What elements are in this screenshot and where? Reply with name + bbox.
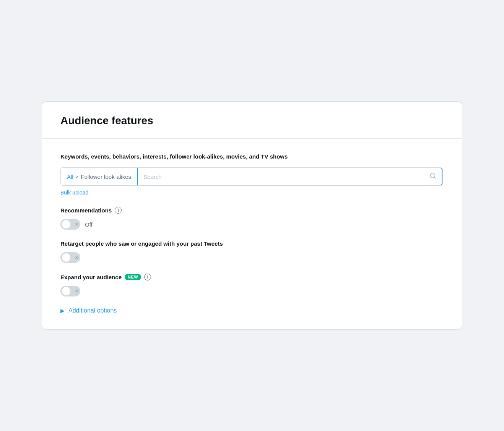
search-input[interactable] xyxy=(143,173,429,180)
expand-section: Expand your audience NEW i ✕ xyxy=(60,274,444,297)
recommendations-off-label: Off xyxy=(85,221,93,228)
additional-options-arrow-icon: ▶ xyxy=(60,308,65,314)
recommendations-label: Recommendations xyxy=(60,207,112,214)
card-header: Audience features xyxy=(42,102,462,139)
expand-title-row: Expand your audience NEW i xyxy=(60,274,444,280)
keywords-label: Keywords, events, behaviors, interests, … xyxy=(60,152,366,160)
recommendations-title-row: Recommendations i xyxy=(60,207,444,214)
retarget-toggle[interactable]: ✕ xyxy=(60,252,80,263)
retarget-toggle-thumb xyxy=(62,253,70,262)
breadcrumb-chevron: > xyxy=(76,174,79,180)
additional-options-row[interactable]: ▶ Additional options xyxy=(60,307,444,314)
card-body: Keywords, events, behaviors, interests, … xyxy=(42,139,462,329)
search-icon xyxy=(429,172,436,181)
toggle-thumb xyxy=(62,220,70,228)
retarget-label: Retarget people who saw or engaged with … xyxy=(60,240,223,247)
breadcrumb-current: Follower look-alikes xyxy=(81,173,131,180)
breadcrumb-all[interactable]: All xyxy=(67,173,73,180)
expand-label: Expand your audience xyxy=(60,274,122,280)
svg-line-1 xyxy=(434,177,435,178)
retarget-toggle-row: ✕ xyxy=(60,252,444,263)
new-badge: NEW xyxy=(125,274,141,280)
toggle-x-icon: ✕ xyxy=(75,222,78,227)
expand-toggle-row: ✕ xyxy=(60,286,444,297)
recommendations-toggle-row: ✕ Off xyxy=(60,219,444,230)
page-title: Audience features xyxy=(60,114,444,128)
expand-toggle-thumb xyxy=(62,287,70,295)
search-row: All > Follower look-alikes xyxy=(60,167,443,186)
search-input-wrapper[interactable] xyxy=(137,167,442,186)
bulk-upload-link[interactable]: Bulk upload xyxy=(60,190,88,196)
recommendations-toggle[interactable]: ✕ xyxy=(60,219,80,230)
retarget-toggle-x-icon: ✕ xyxy=(75,256,78,260)
additional-options-label[interactable]: Additional options xyxy=(68,307,117,314)
search-breadcrumb[interactable]: All > Follower look-alikes xyxy=(61,168,138,185)
retarget-section: Retarget people who saw or engaged with … xyxy=(60,240,444,263)
keywords-section: Keywords, events, behaviors, interests, … xyxy=(60,152,444,196)
audience-features-card: Audience features Keywords, events, beha… xyxy=(42,101,462,330)
expand-toggle-x-icon: ✕ xyxy=(75,289,78,293)
expand-toggle[interactable]: ✕ xyxy=(60,286,80,297)
recommendations-info-icon[interactable]: i xyxy=(115,207,122,214)
recommendations-section: Recommendations i ✕ Off xyxy=(60,207,444,230)
retarget-title-row: Retarget people who saw or engaged with … xyxy=(60,240,444,247)
expand-info-icon[interactable]: i xyxy=(144,274,151,280)
